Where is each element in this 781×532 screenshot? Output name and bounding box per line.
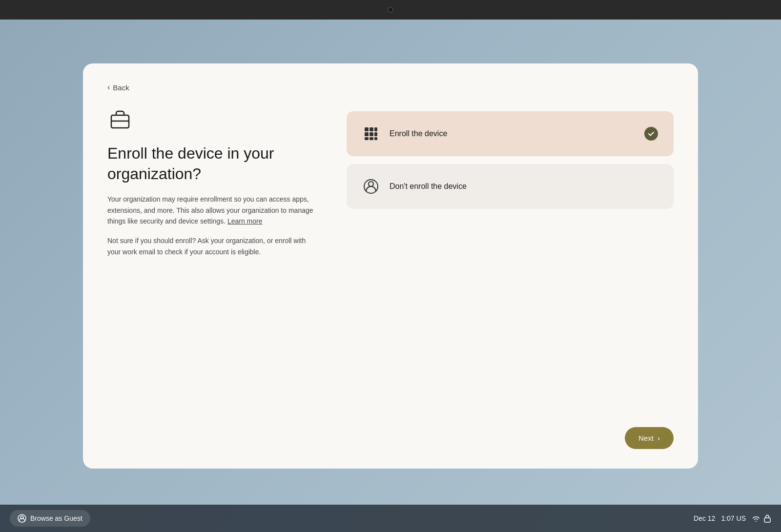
dont-enroll-option[interactable]: Don't enroll the device: [347, 164, 674, 209]
browse-guest-label: Browse as Guest: [30, 514, 82, 522]
next-label: Next: [638, 434, 654, 442]
svg-rect-4: [374, 127, 377, 131]
check-icon: [644, 127, 658, 141]
svg-point-11: [369, 182, 373, 186]
back-chevron-icon: ‹: [107, 83, 110, 92]
next-chevron-icon: ›: [658, 434, 660, 442]
next-btn-row: Next ›: [347, 417, 674, 449]
back-button[interactable]: ‹ Back: [107, 83, 129, 92]
person-icon: [362, 178, 380, 195]
lock-icon: [763, 514, 771, 523]
page-title: Enroll the device in your organization?: [107, 143, 317, 184]
svg-rect-7: [374, 132, 377, 136]
enroll-option[interactable]: Enroll the device: [347, 111, 674, 156]
briefcase-icon: [107, 106, 133, 132]
taskbar: Browse as Guest Dec 12 1:07 US: [0, 505, 781, 532]
svg-rect-6: [370, 132, 373, 136]
taskbar-time: 1:07 US: [721, 514, 746, 522]
description-main: Your organization may require enrollment…: [107, 194, 317, 226]
dont-enroll-label: Don't enroll the device: [390, 182, 658, 191]
enroll-label: Enroll the device: [390, 129, 635, 138]
learn-more-link[interactable]: Learn more: [227, 217, 263, 225]
wifi-icon: [752, 514, 760, 523]
camera-bar: [0, 0, 781, 20]
svg-rect-9: [370, 137, 373, 140]
svg-rect-3: [370, 127, 373, 131]
svg-rect-5: [365, 132, 369, 136]
next-button[interactable]: Next ›: [625, 427, 674, 449]
grid-icon: [362, 125, 380, 143]
person-circle-icon: [18, 514, 26, 523]
not-sure-text: Not sure if you should enroll? Ask your …: [107, 235, 317, 257]
left-panel: Enroll the device in your organization? …: [107, 106, 317, 449]
taskbar-icons: [752, 514, 771, 523]
svg-rect-8: [365, 137, 369, 140]
svg-rect-15: [764, 518, 770, 522]
svg-rect-2: [365, 127, 369, 131]
card-body: Enroll the device in your organization? …: [107, 106, 674, 449]
right-panel: Enroll the device: [347, 106, 674, 449]
screen: ‹ Back Enroll the device in your organiz…: [0, 0, 781, 532]
svg-rect-10: [374, 137, 377, 140]
camera-dot: [388, 7, 393, 13]
back-label: Back: [113, 83, 129, 92]
main-card: ‹ Back Enroll the device in your organiz…: [83, 63, 698, 469]
taskbar-right: Dec 12 1:07 US: [694, 514, 771, 523]
taskbar-date: Dec 12: [694, 514, 715, 522]
browse-guest-button[interactable]: Browse as Guest: [10, 510, 90, 527]
